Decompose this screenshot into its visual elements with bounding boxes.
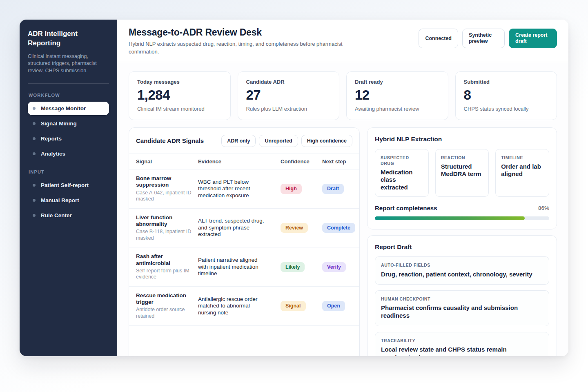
bullet-icon (33, 214, 36, 217)
nlp-card-label: REACTION (441, 155, 483, 160)
sidebar-item-analytics[interactable]: Analytics (28, 147, 109, 160)
bullet-icon (33, 199, 36, 202)
draft-card-value: Local review state and CHPS status remai… (381, 346, 542, 356)
signal-evidence: ALT trend, suspected drug, and symptom p… (198, 218, 281, 238)
header-actions: Connected Synthetic preview Create repor… (419, 27, 557, 48)
app-window: ADR Intelligent Reporting Clinical insta… (20, 20, 568, 356)
signal-title: Liver function abnormality (136, 214, 198, 227)
signals-panel-title: Candidate ADR Signals (136, 137, 204, 144)
stat-value: 27 (246, 87, 331, 103)
candidate-adr-signals-panel: Candidate ADR Signals ADR only Unreporte… (129, 127, 360, 356)
report-completeness-value: 86% (538, 205, 549, 211)
create-report-draft-button[interactable]: Create report draft (509, 29, 557, 48)
completeness-progress-bar (375, 216, 549, 220)
sidebar-item-label: Reports (41, 136, 62, 142)
report-draft-panel: Report Draft AUTO-FILLED FIELDS Drug, re… (367, 235, 557, 356)
signal-evidence: WBC and PLT below threshold after recent… (198, 179, 281, 199)
sidebar-item-label: Manual Report (41, 197, 79, 203)
confidence-badge: Likely (281, 262, 305, 272)
draft-card-value: Drug, reaction, patient context, chronol… (381, 271, 542, 278)
nlp-panel-title: Hybrid NLP Extraction (375, 136, 549, 143)
sidebar: ADR Intelligent Reporting Clinical insta… (20, 20, 117, 356)
draft-card-label: TRACEABILITY (381, 338, 543, 343)
sidebar-item-patient-self-report[interactable]: Patient Self-report (28, 178, 109, 192)
filter-adr-only[interactable]: ADR only (221, 135, 256, 147)
signal-meta: Case A-042, inpatient ID masked (136, 190, 198, 203)
sidebar-item-manual-report[interactable]: Manual Report (28, 194, 109, 207)
nlp-card-reaction: REACTION Structured MedDRA term (435, 149, 489, 197)
connected-status-button[interactable]: Connected (419, 29, 458, 48)
report-completeness-label: Report completeness (375, 205, 437, 212)
filter-unreported[interactable]: Unreported (259, 135, 298, 147)
page-body: Today messages 1,284 Clinical IM stream … (117, 62, 568, 356)
sidebar-divider (28, 83, 109, 84)
sidebar-item-reports[interactable]: Reports (28, 132, 109, 145)
main-area: Message-to-ADR Review Desk Hybrid NLP ex… (117, 20, 568, 356)
nlp-card-suspected-drug: SUSPECTED DRUG Medication class extracte… (375, 149, 429, 197)
completeness-progress-fill (375, 216, 525, 220)
synthetic-preview-button[interactable]: Synthetic preview (462, 29, 505, 48)
table-row[interactable]: Bone marrow suppression Case A-042, inpa… (129, 169, 359, 209)
stat-value: 12 (355, 87, 440, 103)
signal-meta: Case B-118, inpatient ID masked (136, 229, 198, 241)
stat-caption: Clinical IM stream monitored (137, 106, 222, 112)
stat-caption: CHPS status synced locally (464, 106, 549, 112)
signal-evidence: Antiallergic rescue order matched to abn… (198, 296, 281, 316)
page-subtitle: Hybrid NLP extracts suspected drug, reac… (129, 40, 363, 56)
signal-title: Rash after antimicrobial (136, 253, 198, 266)
sidebar-item-message-monitor[interactable]: Message Monitor (28, 102, 109, 115)
app-subtitle: Clinical instant messaging, structured t… (28, 53, 109, 75)
signal-title: Bone marrow suppression (136, 175, 198, 188)
nlp-card-label: TIMELINE (501, 155, 543, 160)
table-row[interactable]: Liver function abnormality Case B-118, i… (129, 209, 359, 248)
sidebar-item-label: Rule Center (41, 212, 72, 218)
stat-card-draft-ready: Draft ready 12 Awaiting pharmacist revie… (346, 71, 448, 120)
column-header-evidence: Evidence (198, 154, 281, 169)
stat-value: 8 (464, 87, 549, 103)
next-step-badge: Open (322, 301, 345, 311)
stat-label: Candidate ADR (246, 79, 331, 85)
sidebar-item-rule-center[interactable]: Rule Center (28, 209, 109, 222)
column-header-confidence: Confidence (281, 154, 322, 169)
draft-card-label: HUMAN CHECKPOINT (381, 296, 543, 302)
stat-caption: Awaiting pharmacist review (355, 106, 440, 112)
draft-card-traceability: TRACEABILITY Local review state and CHPS… (375, 332, 549, 356)
nlp-card-timeline: TIMELINE Order and lab aligned (495, 149, 549, 197)
bullet-icon (33, 137, 36, 140)
nlp-card-value: Structured MedDRA term (441, 163, 483, 178)
stat-card-candidate-adr: Candidate ADR 27 Rules plus LLM extracti… (238, 71, 340, 120)
signal-meta: Antidote order source retained (136, 307, 198, 319)
stat-card-submitted: Submitted 8 CHPS status synced locally (455, 71, 557, 120)
column-header-next-step: Next step (322, 154, 352, 169)
confidence-badge: High (281, 184, 302, 194)
stats-row: Today messages 1,284 Clinical IM stream … (129, 71, 557, 120)
sidebar-item-label: Message Monitor (41, 105, 86, 111)
table-row[interactable]: Rash after antimicrobial Self-report for… (129, 247, 359, 287)
hybrid-nlp-extraction-panel: Hybrid NLP Extraction SUSPECTED DRUG Med… (367, 127, 557, 230)
next-step-badge: Verify (322, 262, 346, 272)
signal-evidence: Patient narrative aligned with inpatient… (198, 257, 281, 277)
filter-high-confidence[interactable]: High confidence (301, 135, 352, 147)
signal-title: Rescue medication trigger (136, 292, 198, 305)
sidebar-item-label: Patient Self-report (41, 182, 89, 188)
next-step-badge: Complete (322, 223, 355, 233)
stat-label: Today messages (137, 79, 222, 85)
signal-meta: Self-report form plus IM evidence (136, 268, 198, 281)
confidence-badge: Signal (281, 301, 306, 311)
sidebar-item-signal-mining[interactable]: Signal Mining (28, 117, 109, 130)
right-column: Hybrid NLP Extraction SUSPECTED DRUG Med… (367, 127, 557, 356)
nlp-card-value: Order and lab aligned (501, 163, 543, 178)
stat-value: 1,284 (137, 87, 222, 103)
sidebar-item-label: Analytics (41, 151, 65, 157)
draft-card-value: Pharmacist confirms causality and submis… (381, 304, 542, 320)
signal-filters: ADR only Unreported High confidence (221, 135, 352, 147)
page-title: Message-to-ADR Review Desk (129, 27, 363, 38)
bullet-icon (33, 152, 36, 155)
sidebar-item-label: Signal Mining (41, 120, 77, 127)
draft-card-human-checkpoint: HUMAN CHECKPOINT Pharmacist confirms cau… (375, 290, 549, 326)
draft-card-label: AUTO-FILLED FIELDS (381, 262, 543, 268)
report-draft-title: Report Draft (375, 243, 549, 251)
sidebar-section-input: INPUT (29, 169, 109, 174)
table-row[interactable]: Rescue medication trigger Antidote order… (129, 287, 359, 326)
bullet-icon (33, 184, 36, 187)
